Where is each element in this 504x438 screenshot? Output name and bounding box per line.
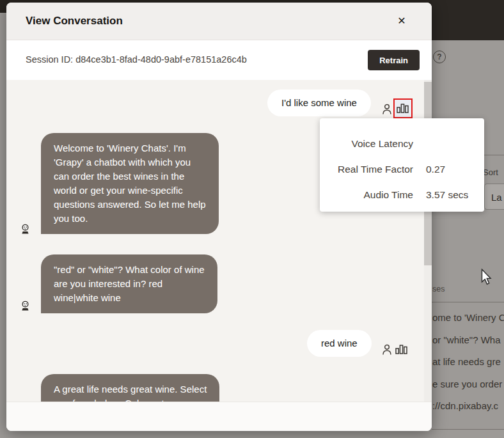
bot-message-bubble: Welcome to 'Winery Chats'. I'm 'Grapy' a… xyxy=(41,133,219,234)
mouse-cursor xyxy=(480,269,492,285)
dialog-header: View Conversation ✕ xyxy=(6,3,432,40)
metric-label: Audio Time xyxy=(320,189,413,201)
metric-label: Real Time Factor xyxy=(320,164,413,175)
bot-icon xyxy=(20,300,31,311)
view-conversation-dialog: View Conversation ✕ Session ID: d84ce3b1… xyxy=(6,3,432,431)
user-message-bubble: I'd like some wine xyxy=(267,90,371,116)
bot-icon xyxy=(20,223,31,235)
dialog-title: View Conversation xyxy=(26,15,123,27)
bot-message-bubble: "red" or "white"? What color of wine are… xyxy=(41,254,217,313)
voice-metrics-button-highlighted[interactable] xyxy=(393,98,413,118)
background-table-row: or "white"? Wha xyxy=(432,334,501,345)
voice-metrics-popup: Voice Latency Real Time Factor 0.27 Audi… xyxy=(320,118,484,212)
session-row: Session ID: d84ce3b1-8fad-48d0-9abf-e781… xyxy=(6,40,432,81)
user-message-bubble: red wine xyxy=(307,330,372,357)
background-table-row: e sure you order xyxy=(432,379,502,389)
bot-message-bubble: A great life needs great wine. Select on… xyxy=(41,374,219,402)
background-divider xyxy=(482,155,504,155)
close-icon[interactable]: ✕ xyxy=(395,14,409,28)
background-divider xyxy=(432,429,504,430)
retrain-button[interactable]: Retrain xyxy=(368,50,420,70)
sort-label: Sort xyxy=(483,168,498,177)
background-topbar-right xyxy=(432,0,504,40)
responses-column-header: ses xyxy=(432,285,445,293)
bar-chart-icon xyxy=(397,102,409,113)
user-icon xyxy=(382,104,392,115)
metric-value: 0.27 xyxy=(426,164,445,175)
background-divider xyxy=(432,302,504,302)
user-icon xyxy=(382,344,392,356)
metric-value: 3.57 secs xyxy=(426,189,468,201)
voice-metrics-button[interactable] xyxy=(395,343,407,354)
dialog-footer xyxy=(6,402,432,431)
sort-dropdown[interactable]: La xyxy=(484,184,504,210)
background-table-row: ://cdn.pixabay.c xyxy=(432,400,498,411)
background-table-row: ome to 'Winery C xyxy=(432,312,504,323)
popup-title: Voice Latency xyxy=(320,138,413,150)
session-id-label: Session ID: d84ce3b1-8fad-48d0-9abf-e781… xyxy=(26,54,247,65)
help-icon[interactable]: ? xyxy=(433,51,446,63)
background-table-row: at life needs gre xyxy=(432,356,501,367)
